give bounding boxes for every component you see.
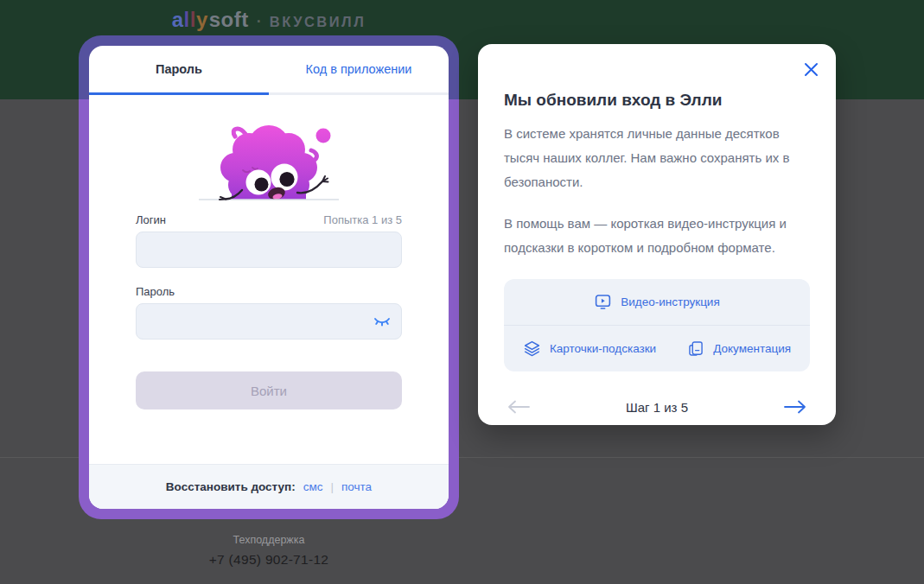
logo-letter: a [172, 8, 184, 32]
toggle-password-visibility-button[interactable] [371, 310, 393, 333]
login-card: Пароль Код в приложении [89, 46, 449, 509]
close-button[interactable] [798, 56, 824, 82]
hint-cards-label: Карточки-подсказки [550, 342, 656, 355]
arrow-left-icon [507, 399, 531, 415]
brand-logo: allysoft · ВКУСВИЛЛ [79, 8, 459, 34]
logo-soft-text: soft [209, 8, 249, 32]
video-instruction-row: Видео-инструкция [504, 279, 810, 325]
recover-email-link[interactable]: почта [341, 480, 372, 493]
arrow-right-icon [783, 399, 807, 415]
login-input[interactable] [136, 232, 402, 268]
logo-letter: y [196, 8, 208, 32]
resources-bottom-row: Карточки-подсказки Документация [504, 326, 810, 371]
documentation-link[interactable]: Документация [687, 340, 791, 358]
video-player-icon [594, 293, 612, 311]
next-step-button[interactable] [781, 396, 810, 418]
step-counter: Шаг 1 из 5 [626, 400, 688, 415]
support-footer: Техподдержка +7 (495) 902-71-12 [79, 534, 459, 568]
logo-letter: l [184, 8, 190, 32]
attempt-counter: Попытка 1 из 5 [323, 213, 402, 226]
close-icon [804, 62, 819, 77]
login-label-row: Логин Попытка 1 из 5 [136, 213, 402, 226]
onboarding-tooltip: Мы обновили вход в Элли В системе хранят… [478, 44, 836, 425]
login-page: allysoft · ВКУСВИЛЛ Техподдержка +7 (495… [0, 0, 924, 584]
hint-cards-link[interactable]: Карточки-подсказки [523, 340, 656, 358]
tab-password[interactable]: Пароль [89, 46, 269, 95]
allysoft-logo: allysoft [172, 8, 249, 32]
tooltip-paragraph: В системе хранятся личные данные десятко… [504, 122, 810, 194]
document-icon [687, 340, 704, 358]
video-instruction-link[interactable]: Видео-инструкция [594, 293, 719, 311]
support-phone: +7 (495) 902-71-12 [79, 552, 459, 568]
elli-mascot-icon [195, 122, 342, 212]
recover-access-label: Восстановить доступ: [166, 480, 296, 493]
mascot-illustration [136, 95, 402, 200]
layers-icon [523, 340, 541, 358]
vkusvill-wordmark: ВКУСВИЛЛ [270, 14, 366, 30]
tooltip-title: Мы обновили вход в Элли [504, 91, 810, 110]
tooltip-pagination: Шаг 1 из 5 [504, 396, 810, 418]
password-input[interactable] [136, 303, 402, 340]
previous-step-button[interactable] [504, 396, 533, 418]
tooltip-paragraph: В помощь вам — короткая видео-инструкция… [504, 212, 810, 260]
eye-closed-icon [372, 314, 392, 329]
onboarding-highlight-ring: Пароль Код в приложении [79, 35, 459, 519]
login-label: Логин [136, 213, 166, 226]
password-label-row: Пароль [136, 285, 402, 298]
password-label: Пароль [136, 285, 175, 298]
recover-links-divider: | [331, 480, 335, 493]
login-submit-button[interactable]: Войти [136, 371, 402, 409]
recover-access-bar: Восстановить доступ: смс | почта [89, 464, 449, 509]
help-resources-box: Видео-инструкция Карточки-подсказки [504, 279, 810, 371]
login-form: Логин Попытка 1 из 5 Пароль [89, 95, 449, 464]
recover-sms-link[interactable]: смс [303, 480, 323, 493]
login-input-wrap [136, 232, 402, 268]
support-label: Техподдержка [79, 534, 459, 546]
documentation-label: Документация [713, 342, 791, 355]
auth-tabs: Пароль Код в приложении [89, 46, 449, 95]
video-instruction-label: Видео-инструкция [621, 295, 719, 308]
logo-separator-dot: · [257, 13, 262, 31]
tab-app-code[interactable]: Код в приложении [269, 46, 449, 95]
logo-letter: l [190, 8, 196, 32]
password-input-wrap [136, 303, 402, 340]
